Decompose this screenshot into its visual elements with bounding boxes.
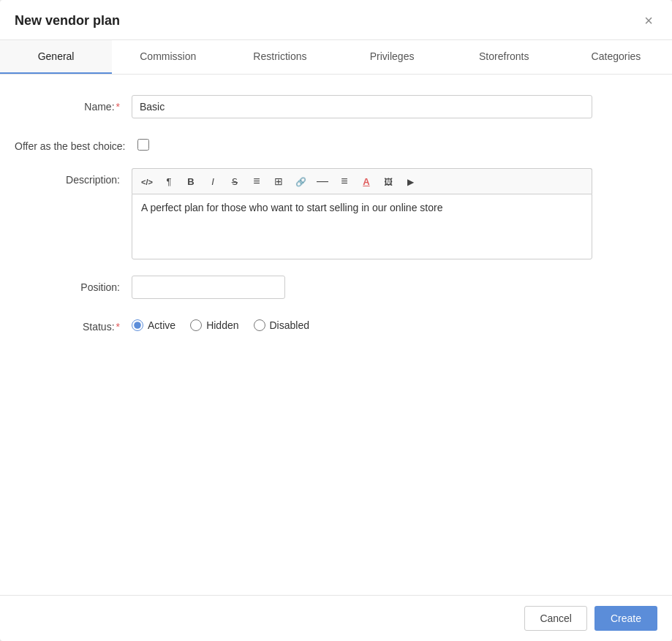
toolbar-code-button[interactable]: [137, 172, 157, 191]
status-row: Status:* Active Hidden Disabled: [15, 315, 650, 333]
toolbar-align-button[interactable]: [334, 172, 355, 191]
status-disabled-label: Disabled: [254, 319, 309, 331]
tab-commission[interactable]: Commission: [112, 40, 224, 74]
position-row: Position:: [15, 276, 650, 299]
toolbar-image-button[interactable]: [378, 172, 399, 191]
toolbar-text-color-button[interactable]: [356, 172, 377, 191]
description-editor: A perfect plan for those who want to sta…: [132, 168, 592, 259]
position-label: Position:: [15, 276, 132, 293]
modal-footer: Cancel Create: [0, 595, 672, 641]
modal-body: Name:* Offer as the best choice: Descrip…: [0, 75, 672, 595]
status-active-radio[interactable]: [132, 319, 143, 331]
offer-label: Offer as the best choice:: [15, 134, 137, 152]
description-content[interactable]: A perfect plan for those who want to sta…: [132, 194, 592, 259]
toolbar-ul-button[interactable]: [246, 172, 267, 191]
tab-privileges[interactable]: Privileges: [336, 40, 448, 74]
toolbar-bold-button[interactable]: [181, 172, 201, 191]
create-button[interactable]: Create: [594, 606, 657, 631]
toolbar-strike-button[interactable]: [224, 172, 245, 191]
toolbar-table-button[interactable]: [268, 172, 289, 191]
name-input[interactable]: [132, 95, 592, 118]
editor-toolbar: [132, 168, 592, 194]
status-active-label: Active: [132, 319, 175, 331]
toolbar-italic-button[interactable]: [203, 172, 223, 191]
tab-restrictions[interactable]: Restrictions: [224, 40, 336, 74]
status-options: Active Hidden Disabled: [132, 315, 309, 331]
modal-header: New vendor plan ×: [0, 0, 672, 40]
status-label: Status:*: [15, 315, 132, 333]
description-row: Description: A pe: [15, 168, 650, 259]
tab-storefronts[interactable]: Storefronts: [448, 40, 560, 74]
new-vendor-plan-modal: New vendor plan × General Commission Res…: [0, 0, 672, 641]
status-hidden-radio[interactable]: [190, 319, 202, 331]
toolbar-para-button[interactable]: [159, 172, 179, 191]
tab-bar: General Commission Restrictions Privileg…: [0, 40, 672, 75]
offer-row: Offer as the best choice:: [15, 134, 650, 152]
tab-general[interactable]: General: [0, 40, 112, 74]
tab-categories[interactable]: Categories: [560, 40, 672, 74]
toolbar-link-button[interactable]: [290, 172, 311, 191]
cancel-button[interactable]: Cancel: [524, 606, 587, 631]
status-hidden-label: Hidden: [190, 319, 238, 331]
toolbar-hr-button[interactable]: [312, 172, 333, 191]
position-input[interactable]: [132, 276, 285, 299]
offer-checkbox[interactable]: [137, 139, 149, 151]
name-label: Name:*: [15, 95, 132, 113]
name-row: Name:*: [15, 95, 650, 118]
close-button[interactable]: ×: [640, 12, 657, 29]
modal-title: New vendor plan: [15, 13, 120, 29]
description-label: Description:: [15, 168, 132, 186]
status-disabled-radio[interactable]: [254, 319, 265, 331]
toolbar-video-button[interactable]: [400, 172, 420, 191]
